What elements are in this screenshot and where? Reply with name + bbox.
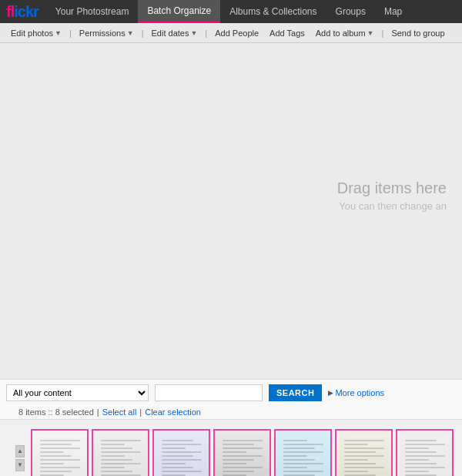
- dot-indicator: .: [231, 211, 233, 218]
- subnav-add-people[interactable]: Add People: [210, 24, 263, 42]
- photo-thumb-1[interactable]: [31, 429, 89, 476]
- bottom-search-bar: All your content SEARCH ▶ More options: [0, 379, 462, 405]
- search-input[interactable]: [155, 384, 263, 401]
- photo-thumb-4[interactable]: [213, 429, 271, 476]
- photo-thumb-3[interactable]: [152, 429, 210, 476]
- subnav-permissions[interactable]: Permissions ▼: [75, 24, 139, 42]
- photo-thumb-7[interactable]: [396, 429, 454, 476]
- status-sep2: |: [139, 407, 142, 417]
- status-bar: 8 items :: 8 selected | Select all | Cle…: [0, 405, 462, 419]
- strip-arrow-up[interactable]: ▲: [15, 445, 25, 458]
- search-button[interactable]: SEARCH: [269, 384, 322, 401]
- photo-strip: ▲ ▼: [0, 419, 462, 476]
- nav-photostream[interactable]: Your Photostream: [46, 0, 139, 23]
- nav-map[interactable]: Map: [375, 0, 411, 23]
- photo-thumb-6[interactable]: [335, 429, 393, 476]
- subnav-send-to-group[interactable]: Send to group: [387, 24, 449, 42]
- strip-left-arrows: ▲ ▼: [15, 445, 25, 471]
- nav-batch-organize[interactable]: Batch Organize: [138, 0, 220, 23]
- items-count: 8 items :: 8 selected: [18, 407, 94, 417]
- content-select[interactable]: All your content: [6, 384, 149, 401]
- drag-sub-text: You can then change an: [337, 200, 447, 212]
- subnav-edit-dates[interactable]: Edit dates ▼: [147, 24, 203, 42]
- subnav-edit-photos[interactable]: Edit photos ▼: [6, 24, 66, 42]
- photo-thumb-2[interactable]: [92, 429, 149, 476]
- more-options-arrow: ▶: [328, 389, 333, 397]
- clear-selection-link[interactable]: Clear selection: [145, 407, 201, 417]
- sub-nav: Edit photos ▼ | Permissions ▼ | Edit dat…: [0, 23, 462, 43]
- subnav-add-tags[interactable]: Add Tags: [265, 24, 310, 42]
- top-nav: flickr Your Photostream Batch Organize A…: [0, 0, 462, 23]
- photo-thumb-5[interactable]: [274, 429, 332, 476]
- drag-text: Drag items here: [337, 179, 447, 197]
- drop-hint: Drag items here You can then change an: [337, 179, 447, 212]
- nav-albums[interactable]: Albums & Collections: [220, 0, 326, 23]
- nav-groups[interactable]: Groups: [326, 0, 375, 23]
- status-sep: |: [97, 407, 99, 417]
- main-drop-area: Drag items here You can then change an .: [0, 43, 462, 379]
- subnav-add-to-album[interactable]: Add to album ▼: [311, 24, 379, 42]
- more-options[interactable]: ▶ More options: [328, 388, 384, 397]
- more-options-label[interactable]: More options: [335, 388, 384, 397]
- strip-arrow-down[interactable]: ▼: [15, 459, 25, 471]
- flickr-logo: flickr: [6, 3, 38, 21]
- select-all-link[interactable]: Select all: [102, 407, 137, 417]
